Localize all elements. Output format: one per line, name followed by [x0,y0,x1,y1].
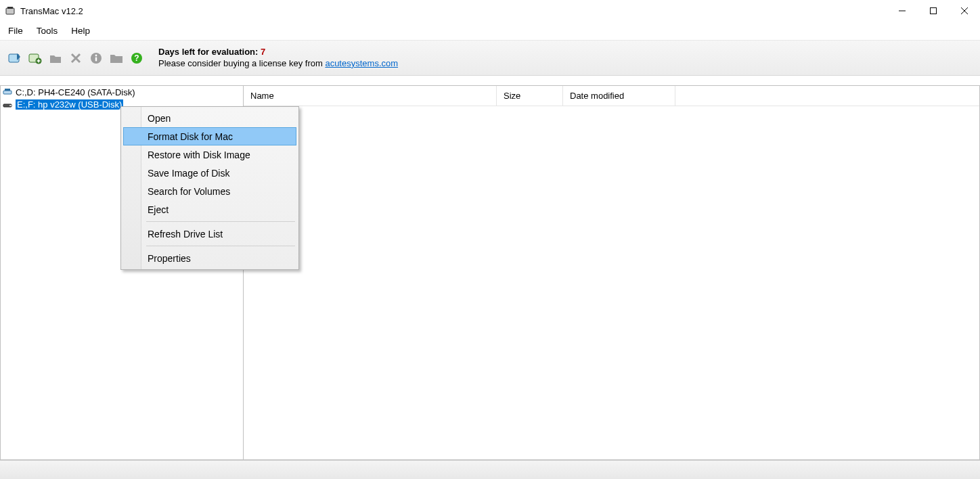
close-button[interactable] [949,0,980,22]
statusbar [0,460,980,479]
menubar: File Tools Help [0,22,980,41]
svg-rect-18 [3,91,12,94]
minimize-button[interactable] [887,0,918,22]
context-menu-refresh[interactable]: Refresh Drive List [123,225,296,243]
drive-internal-icon [2,87,13,97]
svg-text:?: ? [134,53,139,63]
evaluation-link[interactable]: acutesystems.com [325,58,398,68]
context-menu: Open Format Disk for Mac Restore with Di… [120,106,299,270]
menu-tools[interactable]: Tools [30,23,65,39]
svg-rect-21 [9,105,12,106]
evaluation-days-left: 7 [261,47,265,57]
svg-rect-0 [6,8,14,14]
evaluation-label: Days left for evaluation: [158,47,261,57]
evaluation-buy-text: Please consider buying a license key fro… [158,58,325,68]
svg-rect-15 [95,57,97,61]
maximize-button[interactable] [918,0,949,22]
menu-help[interactable]: Help [64,23,97,39]
file-list[interactable]: Name Size Date modified [244,85,980,460]
column-header-size[interactable]: Size [497,86,563,106]
titlebar: TransMac v12.2 [0,0,980,22]
tree-label: C:,D: PH4-CE240 (SATA-Disk) [16,87,135,97]
tree-label: E:,F: hp v232w (USB-Disk) [16,99,123,110]
context-menu-properties[interactable]: Properties [123,249,296,267]
drive-usb-icon [2,99,13,110]
context-menu-eject[interactable]: Eject [123,200,296,219]
svg-point-14 [95,54,97,56]
new-folder-icon[interactable] [108,50,125,66]
svg-rect-19 [5,89,10,91]
window-title: TransMac v12.2 [20,6,83,16]
new-disk-image-icon[interactable] [27,50,43,66]
context-menu-save[interactable]: Save Image of Disk [123,164,296,182]
open-disk-image-icon[interactable] [7,50,23,66]
window-controls [887,0,980,22]
context-menu-open[interactable]: Open [123,109,296,127]
context-menu-restore[interactable]: Restore with Disk Image [123,145,296,164]
svg-rect-1 [7,7,13,9]
tree-row-drive-internal[interactable]: C:,D: PH4-CE240 (SATA-Disk) [1,86,243,98]
list-header: Name Size Date modified [244,86,979,106]
column-header-name[interactable]: Name [244,86,497,106]
help-icon[interactable]: ? [129,50,145,66]
evaluation-notice: Days left for evaluation: 7 Please consi… [158,47,398,69]
toolbar: ? Days left for evaluation: 7 Please con… [0,41,980,76]
context-menu-separator [146,221,295,222]
context-menu-format[interactable]: Format Disk for Mac [123,127,296,145]
context-menu-search[interactable]: Search for Volumes [123,182,296,200]
column-header-date[interactable]: Date modified [563,86,675,106]
info-icon[interactable] [88,50,104,66]
delete-icon[interactable] [68,50,84,66]
svg-rect-3 [931,8,937,14]
app-icon [4,5,16,17]
copy-icon[interactable] [47,50,64,66]
menu-file[interactable]: File [1,23,30,39]
context-menu-separator [146,246,295,246]
